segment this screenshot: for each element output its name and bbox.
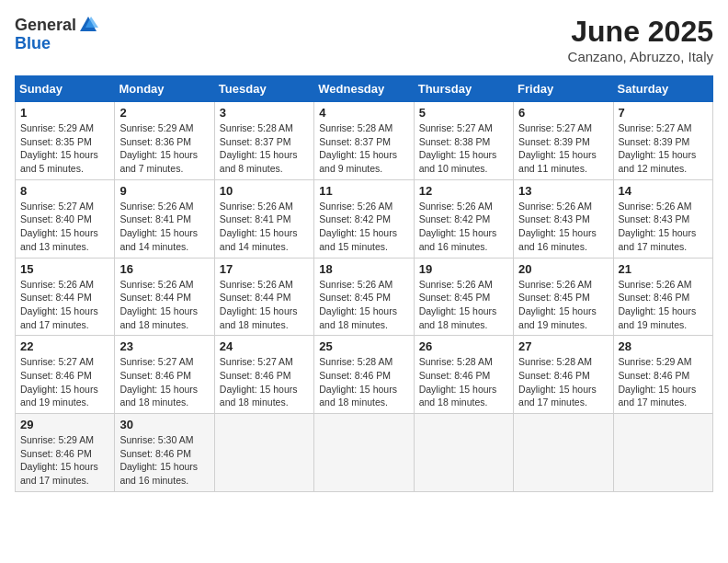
day-number: 17 xyxy=(220,262,309,276)
calendar-cell: 11 Sunrise: 5:26 AM Sunset: 8:42 PM Dayl… xyxy=(314,179,414,258)
day-number: 6 xyxy=(518,106,608,120)
day-number: 27 xyxy=(518,339,608,353)
calendar-cell: 10 Sunrise: 5:26 AM Sunset: 8:41 PM Dayl… xyxy=(214,179,313,258)
day-header-friday: Friday xyxy=(514,76,613,102)
calendar-cell: 18 Sunrise: 5:26 AM Sunset: 8:45 PM Dayl… xyxy=(314,258,414,336)
calendar-cell: 21 Sunrise: 5:26 AM Sunset: 8:46 PM Dayl… xyxy=(613,258,712,336)
location-subtitle: Canzano, Abruzzo, Italy xyxy=(568,49,713,64)
calendar-cell: 27 Sunrise: 5:28 AM Sunset: 8:46 PM Dayl… xyxy=(514,336,613,414)
day-number: 26 xyxy=(419,339,508,353)
calendar-cell: 9 Sunrise: 5:26 AM Sunset: 8:41 PM Dayli… xyxy=(115,179,214,258)
day-info: Sunrise: 5:26 AM Sunset: 8:45 PM Dayligh… xyxy=(419,279,497,330)
day-info: Sunrise: 5:28 AM Sunset: 8:37 PM Dayligh… xyxy=(220,122,298,174)
calendar-week-4: 22 Sunrise: 5:27 AM Sunset: 8:46 PM Dayl… xyxy=(16,336,713,414)
day-info: Sunrise: 5:26 AM Sunset: 8:41 PM Dayligh… xyxy=(119,201,198,252)
day-info: Sunrise: 5:29 AM Sunset: 8:36 PM Dayligh… xyxy=(119,122,198,174)
day-number: 22 xyxy=(20,339,109,353)
calendar-cell: 3 Sunrise: 5:28 AM Sunset: 8:37 PM Dayli… xyxy=(214,102,313,180)
day-info: Sunrise: 5:27 AM Sunset: 8:40 PM Dayligh… xyxy=(20,201,98,252)
day-number: 24 xyxy=(220,339,309,353)
day-number: 19 xyxy=(419,262,508,276)
calendar-header-row: SundayMondayTuesdayWednesdayThursdayFrid… xyxy=(16,76,713,102)
day-info: Sunrise: 5:28 AM Sunset: 8:46 PM Dayligh… xyxy=(518,356,597,408)
logo-blue: Blue xyxy=(15,34,51,52)
day-number: 25 xyxy=(319,339,408,353)
day-number: 20 xyxy=(518,262,608,276)
calendar-week-3: 15 Sunrise: 5:26 AM Sunset: 8:44 PM Dayl… xyxy=(16,258,713,336)
day-header-sunday: Sunday xyxy=(16,76,115,102)
title-block: June 2025 Canzano, Abruzzo, Italy xyxy=(568,15,713,64)
logo-icon xyxy=(78,15,98,35)
day-info: Sunrise: 5:27 AM Sunset: 8:46 PM Dayligh… xyxy=(220,356,298,408)
day-number: 21 xyxy=(619,262,708,276)
day-info: Sunrise: 5:27 AM Sunset: 8:38 PM Dayligh… xyxy=(419,122,497,174)
day-info: Sunrise: 5:27 AM Sunset: 8:46 PM Dayligh… xyxy=(20,356,98,408)
calendar-week-5: 29 Sunrise: 5:29 AM Sunset: 8:46 PM Dayl… xyxy=(16,414,713,492)
calendar-cell xyxy=(613,414,712,492)
day-info: Sunrise: 5:29 AM Sunset: 8:35 PM Dayligh… xyxy=(20,122,98,174)
calendar-cell: 13 Sunrise: 5:26 AM Sunset: 8:43 PM Dayl… xyxy=(514,179,613,258)
calendar-week-1: 1 Sunrise: 5:29 AM Sunset: 8:35 PM Dayli… xyxy=(16,102,713,180)
calendar-cell: 4 Sunrise: 5:28 AM Sunset: 8:37 PM Dayli… xyxy=(314,102,414,180)
day-info: Sunrise: 5:26 AM Sunset: 8:41 PM Dayligh… xyxy=(220,201,298,252)
day-number: 13 xyxy=(518,184,608,198)
day-number: 2 xyxy=(119,106,209,120)
day-info: Sunrise: 5:29 AM Sunset: 8:46 PM Dayligh… xyxy=(619,356,697,408)
calendar-cell: 12 Sunrise: 5:26 AM Sunset: 8:42 PM Dayl… xyxy=(414,179,513,258)
calendar-cell: 28 Sunrise: 5:29 AM Sunset: 8:46 PM Dayl… xyxy=(613,336,712,414)
day-number: 29 xyxy=(20,418,109,431)
calendar-cell: 29 Sunrise: 5:29 AM Sunset: 8:46 PM Dayl… xyxy=(16,414,115,492)
calendar-cell: 14 Sunrise: 5:26 AM Sunset: 8:43 PM Dayl… xyxy=(613,179,712,258)
calendar-cell: 1 Sunrise: 5:29 AM Sunset: 8:35 PM Dayli… xyxy=(16,102,115,180)
day-info: Sunrise: 5:26 AM Sunset: 8:43 PM Dayligh… xyxy=(518,201,597,252)
day-info: Sunrise: 5:28 AM Sunset: 8:37 PM Dayligh… xyxy=(319,122,397,174)
day-info: Sunrise: 5:26 AM Sunset: 8:44 PM Dayligh… xyxy=(119,279,198,330)
calendar-cell: 8 Sunrise: 5:27 AM Sunset: 8:40 PM Dayli… xyxy=(16,179,115,258)
day-number: 11 xyxy=(319,184,408,198)
day-number: 3 xyxy=(220,106,309,120)
calendar-cell: 20 Sunrise: 5:26 AM Sunset: 8:45 PM Dayl… xyxy=(514,258,613,336)
day-info: Sunrise: 5:26 AM Sunset: 8:45 PM Dayligh… xyxy=(319,279,397,330)
day-info: Sunrise: 5:26 AM Sunset: 8:42 PM Dayligh… xyxy=(419,201,497,252)
day-header-tuesday: Tuesday xyxy=(214,76,313,102)
logo-general: General xyxy=(15,17,76,33)
calendar-cell: 25 Sunrise: 5:28 AM Sunset: 8:46 PM Dayl… xyxy=(314,336,414,414)
calendar-cell: 22 Sunrise: 5:27 AM Sunset: 8:46 PM Dayl… xyxy=(16,336,115,414)
day-number: 4 xyxy=(319,106,408,120)
day-number: 16 xyxy=(119,262,209,276)
day-info: Sunrise: 5:27 AM Sunset: 8:39 PM Dayligh… xyxy=(619,122,697,174)
calendar-cell: 26 Sunrise: 5:28 AM Sunset: 8:46 PM Dayl… xyxy=(414,336,513,414)
calendar-table: SundayMondayTuesdayWednesdayThursdayFrid… xyxy=(15,75,713,492)
day-info: Sunrise: 5:28 AM Sunset: 8:46 PM Dayligh… xyxy=(319,356,397,408)
day-number: 28 xyxy=(619,339,708,353)
day-info: Sunrise: 5:26 AM Sunset: 8:44 PM Dayligh… xyxy=(220,279,298,330)
calendar-cell: 15 Sunrise: 5:26 AM Sunset: 8:44 PM Dayl… xyxy=(16,258,115,336)
day-header-saturday: Saturday xyxy=(613,76,712,102)
day-info: Sunrise: 5:30 AM Sunset: 8:46 PM Dayligh… xyxy=(119,434,198,486)
calendar-cell xyxy=(414,414,513,492)
day-info: Sunrise: 5:26 AM Sunset: 8:45 PM Dayligh… xyxy=(518,279,597,330)
day-header-thursday: Thursday xyxy=(414,76,513,102)
calendar-cell: 30 Sunrise: 5:30 AM Sunset: 8:46 PM Dayl… xyxy=(115,414,214,492)
day-number: 30 xyxy=(119,418,209,431)
day-number: 23 xyxy=(119,339,209,353)
day-header-wednesday: Wednesday xyxy=(314,76,414,102)
day-number: 5 xyxy=(419,106,508,120)
day-info: Sunrise: 5:27 AM Sunset: 8:46 PM Dayligh… xyxy=(119,356,198,408)
day-header-monday: Monday xyxy=(115,76,214,102)
calendar-cell xyxy=(314,414,414,492)
day-info: Sunrise: 5:26 AM Sunset: 8:46 PM Dayligh… xyxy=(619,279,697,330)
day-number: 10 xyxy=(220,184,309,198)
day-number: 1 xyxy=(20,106,109,120)
calendar-cell: 5 Sunrise: 5:27 AM Sunset: 8:38 PM Dayli… xyxy=(414,102,513,180)
day-info: Sunrise: 5:26 AM Sunset: 8:44 PM Dayligh… xyxy=(20,279,98,330)
month-title: June 2025 xyxy=(568,15,713,49)
day-number: 18 xyxy=(319,262,408,276)
calendar-cell: 2 Sunrise: 5:29 AM Sunset: 8:36 PM Dayli… xyxy=(115,102,214,180)
calendar-cell xyxy=(214,414,313,492)
calendar-cell: 19 Sunrise: 5:26 AM Sunset: 8:45 PM Dayl… xyxy=(414,258,513,336)
calendar-cell xyxy=(514,414,613,492)
day-number: 9 xyxy=(119,184,209,198)
day-number: 12 xyxy=(419,184,508,198)
day-number: 15 xyxy=(20,262,109,276)
